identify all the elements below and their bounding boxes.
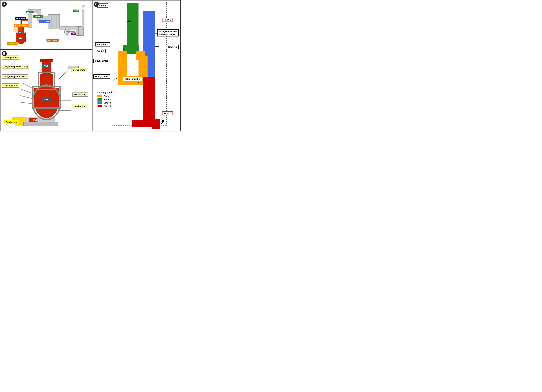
svg-line-42 (22, 83, 34, 89)
svg-text:SRV: SRV (44, 98, 49, 101)
label-srv: SRV (18, 37, 23, 39)
panel-b-diagram: CCF SRV Bath (0, 50, 89, 130)
legend-item-stack2: Stack 2 (98, 98, 114, 101)
legend-color-stack3 (98, 101, 102, 104)
svg-line-68 (162, 120, 163, 124)
svg-rect-66 (132, 120, 155, 127)
legend-item-stack4: Stack 4 (98, 105, 114, 107)
label-reflux-chamber: Reflux chamber (14, 24, 29, 27)
c-label-point-a: Point A (95, 49, 106, 53)
svg-rect-67 (152, 119, 160, 129)
svg-line-79 (112, 78, 118, 81)
label-forehearth-a: Forehearth (7, 42, 18, 45)
label-fan: Fan (71, 33, 76, 35)
svg-line-46 (59, 68, 70, 79)
label-gas-cooler: Gas cooler (39, 20, 50, 23)
svg-rect-38 (40, 59, 53, 62)
panel-b-inner: CCF SRV Bath Ore injectors Oxygen inject… (0, 50, 92, 131)
svg-rect-28 (28, 18, 30, 22)
panel-a-label: A (2, 2, 7, 7)
panel-a-inner: Up leg Air quench Down leg Reflux chambe… (0, 0, 92, 49)
c-label-oxygen-port: Oxygen Port (93, 59, 109, 63)
svg-rect-32 (23, 122, 58, 126)
legend-color-stack4 (98, 105, 102, 107)
svg-rect-22 (82, 10, 84, 27)
cooling-legend-title: Cooling stacks (98, 91, 114, 94)
svg-text:CCF: CCF (44, 65, 49, 67)
svg-rect-56 (127, 3, 139, 46)
c-label-air-quench: Air quench (95, 42, 110, 47)
legend-item-stack1: Stack 1 (98, 95, 114, 98)
c-label-down-leg: Down leg (166, 45, 179, 49)
c-label-reflux-chamber: Reflux chamber (123, 77, 142, 81)
b-label-oxygen-srv: Oxygen Injector (SRV) (2, 74, 28, 79)
svg-line-44 (20, 95, 34, 99)
b-label-scrap-chute: Scrap chute (71, 68, 87, 72)
label-ccf: CCF (18, 31, 24, 34)
b-label-oxygen-ccf: Oxygen injectors (CCF) (2, 65, 29, 69)
panel-c-inner: Point B Up leg Air quench Point A Point … (92, 0, 180, 131)
c-label-point-c: Point C (162, 18, 173, 22)
panel-b: B (0, 50, 92, 131)
panel-a: A (0, 0, 92, 50)
label-down-leg: Down leg (33, 15, 43, 18)
label-air-quench: Air quench (15, 17, 26, 20)
label-stack: Stack (73, 10, 79, 12)
b-label-forehearth: Forehearth (4, 120, 19, 124)
c-label-flue-gas-inlet: Flue gas inlet (93, 74, 110, 79)
cooling-legend: Cooling stacks Stack 1 Stack 2 Stack 3 S… (98, 91, 114, 108)
label-up-leg: Up leg (26, 11, 33, 13)
b-label-coal-injector: Coal injector (2, 83, 19, 87)
b-label-molten-iron: Molten iron (73, 104, 88, 108)
svg-text:Bath: Bath (33, 119, 38, 121)
legend-label-stack3: Stack 3 (104, 102, 111, 104)
legend-label-stack1: Stack 1 (104, 95, 111, 98)
c-label-nitrogen: Nitrogen injection and water spray (157, 29, 179, 37)
legend-color-stack2 (98, 98, 102, 101)
c-label-up-leg: Up leg (125, 19, 134, 23)
legend-label-stack2: Stack 2 (104, 98, 111, 101)
legend-item-stack3: Stack 3 (98, 101, 114, 104)
main-container: A (0, 0, 180, 131)
svg-rect-64 (136, 51, 145, 60)
legend-label-stack4: Stack 4 (104, 105, 111, 107)
label-dust-cyclone: Dust cyclone (47, 39, 59, 42)
panel-c-label: C (94, 2, 99, 7)
svg-line-43 (20, 89, 34, 94)
c-label-point-d: Point D (162, 111, 173, 115)
svg-rect-21 (79, 27, 83, 35)
panel-c: C (92, 0, 180, 131)
b-label-molten-slag: Molten slag (72, 93, 88, 97)
c-label-point-b: Point B (98, 3, 108, 8)
b-label-ore-injectors: Ore injectors (2, 55, 19, 60)
panel-b-label: B (2, 51, 7, 56)
left-panel: A (0, 0, 92, 131)
svg-rect-65 (143, 77, 155, 125)
legend-color-stack1 (98, 95, 102, 98)
